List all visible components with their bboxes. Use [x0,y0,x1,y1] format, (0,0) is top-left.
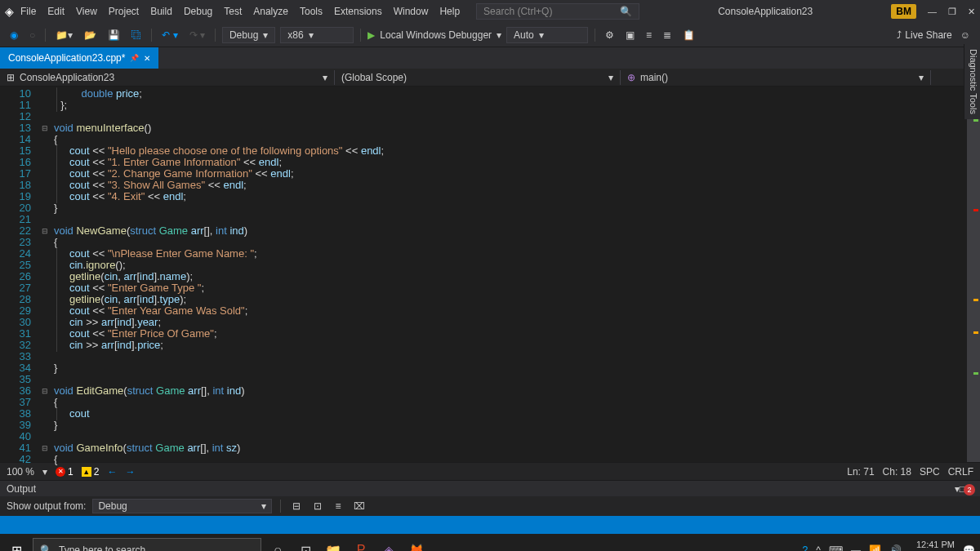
play-icon[interactable]: ▶ [368,29,375,41]
tool-icon-4[interactable]: ≣ [660,28,675,42]
vs-logo-icon: ◈ [5,5,14,18]
notifications-tray-icon[interactable]: 💬 [963,544,975,551]
pin-icon[interactable]: 📌 [130,54,139,62]
out-tool-1[interactable]: ⊟ [289,499,304,513]
main-menu: FileEditViewProjectBuildDebugTestAnalyze… [20,6,460,17]
liveshare-button[interactable]: ⤴Live Share [897,29,951,41]
taskbar-clock[interactable]: 12:41 PM 11/20/2020 [910,540,955,551]
keyboard-tray-icon[interactable]: ⌨ [829,544,843,551]
config-dropdown[interactable]: Debug▾ [222,27,275,43]
menu-tools[interactable]: Tools [300,6,323,17]
menu-test[interactable]: Test [224,6,242,17]
back-icon[interactable]: ◉ [7,28,21,42]
start-dd[interactable]: ▾ [497,29,501,41]
taskbar-search[interactable]: 🔍Type here to search [33,538,261,551]
output-from-label: Show output from: [7,500,86,512]
line-gutter: 1011121314151617181920212223242526272829… [0,87,39,462]
notification-badge[interactable]: 2 [964,484,975,495]
tool-icon-3[interactable]: ≡ [643,28,655,42]
out-tool-3[interactable]: ≡ [332,499,344,513]
nav-fwd-icon[interactable]: → [125,466,135,478]
out-tool-4[interactable]: ⌧ [350,499,368,513]
tool-icon-1[interactable]: ⚙ [602,28,617,42]
menu-view[interactable]: View [76,6,97,17]
scope-func-dd[interactable]: ⊕ main()▾ [621,70,931,85]
chevron-up-icon[interactable]: ^ [816,544,821,551]
zoom-dd[interactable]: 100 % [7,466,34,478]
cortana-icon[interactable]: ○ [266,539,289,551]
output-from-dd[interactable]: Debug▾ [92,499,272,513]
close-button[interactable]: ✕ [968,7,975,17]
help-tray-icon[interactable]: ? [803,544,808,551]
nav-back-icon[interactable]: ← [107,466,117,478]
platform-dropdown[interactable]: x86▾ [280,27,354,43]
forward-icon: ○ [26,28,38,42]
undo-icon[interactable]: ↶ ▾ [158,28,180,42]
battery-tray-icon[interactable]: ▬ [851,544,861,551]
tool-icon-2[interactable]: ▣ [622,28,638,42]
menu-build[interactable]: Build [150,6,172,17]
overview-scrollbar[interactable] [967,87,980,462]
menu-analyze[interactable]: Analyze [253,6,288,17]
solution-title: ConsoleApplication23 [639,6,891,17]
firefox-icon[interactable]: 🦊 [405,539,428,551]
volume-tray-icon[interactable]: 🔊 [889,544,902,551]
whitespace-mode[interactable]: SPC [920,466,940,478]
user-badge[interactable]: BM [891,4,916,19]
status-bar [0,516,980,534]
code-area[interactable]: │ double price;│}; void menuInterface(){… [51,87,980,462]
menu-extensions[interactable]: Extensions [334,6,382,17]
menu-debug[interactable]: Debug [184,6,212,17]
maximize-button[interactable]: ❐ [948,7,956,17]
threading-dropdown[interactable]: Auto▾ [506,27,588,43]
line-ending[interactable]: CRLF [948,466,973,478]
scope-global-dd[interactable]: (Global Scope)▾ [335,70,621,85]
search-icon: 🔍 [620,6,632,17]
output-title: Output [7,483,36,495]
powerpoint-icon[interactable]: P [350,539,372,551]
fold-gutter[interactable]: ⊟⊟⊟⊟ [39,87,51,462]
minimize-button[interactable]: — [928,7,937,16]
wifi-tray-icon[interactable]: 📶 [869,544,881,551]
save-icon[interactable]: 💾 [105,28,123,42]
windows-start-icon[interactable]: ⊞ [5,539,28,551]
code-editor[interactable]: 1011121314151617181920212223242526272829… [0,87,980,462]
scope-project-dd[interactable]: ⊞ ConsoleApplication23▾ [0,70,335,85]
taskview-icon[interactable]: ⊡ [294,539,317,551]
out-tool-2[interactable]: ⊡ [310,499,325,513]
file-tab[interactable]: ConsoleApplication23.cpp* 📌 ✕ [0,47,158,69]
open-icon[interactable]: 📂 [81,28,100,42]
search-box[interactable]: Search (Ctrl+Q) 🔍 [476,3,639,20]
search-placeholder: Search (Ctrl+Q) [483,6,552,17]
feedback-icon[interactable]: ☺ [957,28,973,42]
error-count[interactable]: ✕1 [56,466,74,478]
start-debug-button[interactable]: Local Windows Debugger [380,29,492,41]
menu-help[interactable]: Help [439,6,460,17]
tab-close-icon[interactable]: ✕ [144,54,150,63]
visualstudio-icon[interactable]: ◈ [377,539,400,551]
cursor-line: Ln: 71 [847,466,874,478]
menu-project[interactable]: Project [109,6,139,17]
menu-window[interactable]: Window [394,6,429,17]
liveshare-icon: ⤴ [897,29,902,41]
cursor-col: Ch: 18 [883,466,911,478]
explorer-icon[interactable]: 📁 [322,539,345,551]
new-item-icon[interactable]: 📁▾ [52,28,76,42]
menu-file[interactable]: File [20,6,36,17]
warning-count[interactable]: ▲2 [82,466,100,478]
search-icon: 🔍 [40,544,52,551]
menu-edit[interactable]: Edit [47,6,65,17]
tool-icon-5[interactable]: 📋 [679,28,698,42]
diagnostic-tools-tab[interactable]: Diagnostic Tools [964,44,980,119]
save-all-icon[interactable]: ⿻ [128,28,145,42]
tab-label: ConsoleApplication23.cpp* [8,52,125,64]
redo-icon: ↷ ▾ [186,28,208,42]
